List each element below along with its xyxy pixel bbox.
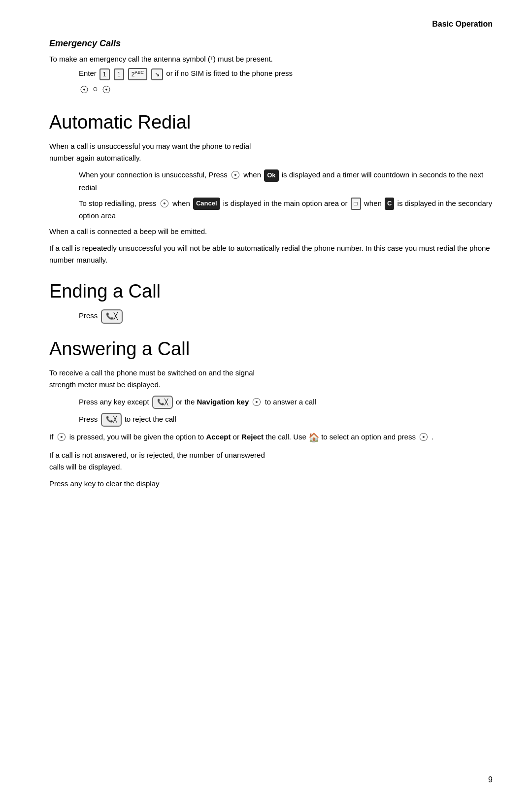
emergency-calls-section: Emergency Calls To make an emergency cal…: [49, 38, 493, 97]
if-nav-pressed: If ☉ is pressed, you will be given the o…: [49, 431, 493, 445]
automatic-redial-title: Automatic Redial: [49, 112, 493, 133]
nav-key-if: ☉: [57, 432, 66, 443]
automatic-redial-intro: When a call is unsuccessful you may want…: [49, 140, 493, 164]
header-title: Basic Operation: [432, 20, 493, 28]
nav-key-1: ☉: [231, 170, 240, 181]
end-call-key: 📞╳: [101, 309, 123, 324]
ending-a-call-title: Ending a Call: [49, 281, 493, 302]
page-header: Basic Operation: [49, 20, 493, 29]
key-1: 1: [100, 68, 110, 80]
emergency-calls-body: To make an emergency call the antenna sy…: [49, 54, 493, 97]
nav-key-2: ☉: [160, 199, 169, 209]
page-number: 9: [488, 775, 493, 784]
end-key-reject: 📞╳: [101, 413, 122, 426]
sos-middle: ○: [93, 84, 98, 94]
answering-bullet1: Press any key except 📞╳ or the Navigatio…: [79, 396, 493, 409]
nav-key-confirm: ☉: [419, 432, 429, 443]
nav-key-answer: ☉: [252, 397, 262, 408]
press-clear: Press any key to clear the display: [49, 478, 493, 490]
ending-a-call-section: Ending a Call Press 📞╳: [49, 281, 493, 324]
automatic-redial-bullet1: When your connection is unsuccessful, Pr…: [79, 169, 493, 193]
hat-symbol: 🏠: [308, 433, 319, 442]
unsuccessful-info: If a call is repeatedly unsuccessful you…: [49, 242, 493, 266]
end-key-except: 📞╳: [152, 396, 173, 409]
ending-press-line: Press 📞╳: [79, 309, 493, 324]
automatic-redial-bullet2: To stop redialling, press ☉ when Cancel …: [79, 198, 493, 222]
answering-a-call-section: Answering a Call To receive a call the p…: [49, 338, 493, 490]
answering-a-call-title: Answering a Call: [49, 338, 493, 360]
automatic-redial-section: Automatic Redial When a call is unsucces…: [49, 112, 493, 266]
back-key: □: [351, 198, 361, 210]
end-key-icon: 📞╳: [157, 398, 168, 407]
emergency-calls-title: Emergency Calls: [49, 38, 493, 49]
phone-power-icon: 📞╳: [106, 311, 118, 322]
emergency-enter-line: Enter 1 1 2ABC ↘ or if no SIM is fitted …: [79, 68, 493, 97]
answering-intro: To receive a call the phone must be swit…: [49, 367, 493, 391]
answering-bullet2: Press 📞╳ to reject the call: [79, 413, 493, 426]
connected-beep: When a call is connected a beep will be …: [49, 226, 493, 237]
c-button-label: C: [385, 198, 394, 210]
end-key-reject-icon: 📞╳: [106, 415, 117, 424]
key-1b: 1: [114, 68, 124, 80]
sos-key-line: ☉ ○ ☉: [79, 82, 493, 97]
key-end-call: ↘: [151, 68, 163, 80]
cancel-button-label: Cancel: [193, 198, 220, 210]
key-2abc: 2ABC: [128, 68, 147, 80]
unanswered-calls: If a call is not answered, or is rejecte…: [49, 449, 493, 473]
ok-button-label: Ok: [264, 169, 278, 182]
